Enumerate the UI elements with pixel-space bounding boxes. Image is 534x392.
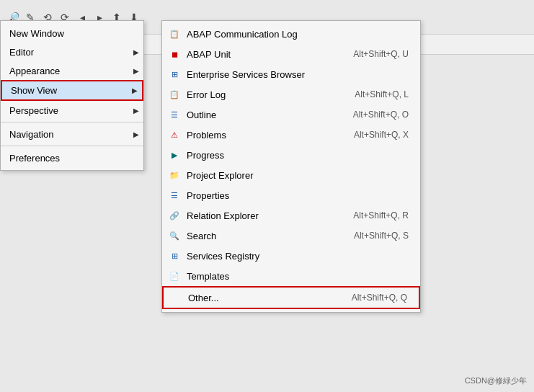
submenu-row-search[interactable]: 🔍 Search Alt+Shift+Q, S xyxy=(162,226,420,246)
submenu-row-templates[interactable]: 📄 Templates xyxy=(162,266,420,286)
submenu-row-abap-unit[interactable]: ◼ ABAP Unit Alt+Shift+Q, U xyxy=(162,44,420,64)
menu-row-preferences[interactable]: Preferences xyxy=(1,148,143,167)
submenu-row-other[interactable]: Other... Alt+Shift+Q, Q xyxy=(162,286,420,309)
menu-row-new-window[interactable]: New Window xyxy=(1,24,143,43)
project-explorer-icon: 📁 xyxy=(168,169,181,182)
submenu-row-project-explorer[interactable]: 📁 Project Explorer xyxy=(162,165,420,185)
separator-2 xyxy=(1,146,143,146)
error-log-icon: 📋 xyxy=(168,88,181,101)
submenu-row-enterprise-services[interactable]: ⊞ Enterprise Services Browser xyxy=(162,64,420,84)
menu-row-appearance[interactable]: Appearance ▶ xyxy=(1,61,143,80)
submenu-show-view: 📋 ABAP Communication Log ◼ ABAP Unit Alt… xyxy=(161,20,421,313)
other-icon xyxy=(169,291,182,304)
menu-row-perspective[interactable]: Perspective ▶ xyxy=(1,101,143,120)
relation-explorer-icon: 🔗 xyxy=(168,209,181,222)
arrow-icon-navigation: ▶ xyxy=(133,130,139,138)
menu-row-navigation[interactable]: Navigation ▶ xyxy=(1,125,143,143)
arrow-icon: ▶ xyxy=(133,48,139,56)
menu-row-show-view[interactable]: Show View ▶ xyxy=(1,80,143,101)
submenu-row-error-log[interactable]: 📋 Error Log Alt+Shift+Q, L xyxy=(162,84,420,104)
abap-unit-icon: ◼ xyxy=(168,48,181,61)
enterprise-services-icon: ⊞ xyxy=(168,68,181,81)
submenu-row-progress[interactable]: ▶ Progress xyxy=(162,145,420,165)
separator-1 xyxy=(1,122,143,122)
abap-comm-log-icon: 📋 xyxy=(168,27,181,40)
submenu-row-properties[interactable]: ☰ Properties xyxy=(162,185,420,205)
arrow-icon-appearance: ▶ xyxy=(133,67,139,75)
app-window: 🔎 ✎ ⟲ ⟳ ◂ ▸ ⬆ ⬇ Window Help New Window E… xyxy=(0,0,534,392)
submenu-row-services-registry[interactable]: ⊞ Services Registry xyxy=(162,246,420,266)
problems-icon: ⚠ xyxy=(168,128,181,141)
arrow-icon-perspective: ▶ xyxy=(133,107,139,115)
templates-icon: 📄 xyxy=(168,270,181,282)
main-menu: New Window Editor ▶ Appearance ▶ Show Vi… xyxy=(0,20,144,171)
search-icon: 🔍 xyxy=(168,229,181,242)
progress-icon: ▶ xyxy=(168,148,181,161)
watermark: CSDN@修緑少年 xyxy=(465,375,527,386)
arrow-icon-show-view: ▶ xyxy=(132,86,138,94)
submenu-row-outline[interactable]: ☰ Outline Alt+Shift+Q, O xyxy=(162,104,420,125)
outline-icon: ☰ xyxy=(168,108,181,121)
services-registry-icon: ⊞ xyxy=(168,249,181,262)
menu-row-editor[interactable]: Editor ▶ xyxy=(1,43,143,61)
submenu-row-relation-explorer[interactable]: 🔗 Relation Explorer Alt+Shift+Q, R xyxy=(162,205,420,226)
submenu-row-problems[interactable]: ⚠ Problems Alt+Shift+Q, X xyxy=(162,125,420,145)
properties-icon: ☰ xyxy=(168,189,181,202)
submenu-row-abap-comm-log[interactable]: 📋 ABAP Communication Log xyxy=(162,24,420,44)
